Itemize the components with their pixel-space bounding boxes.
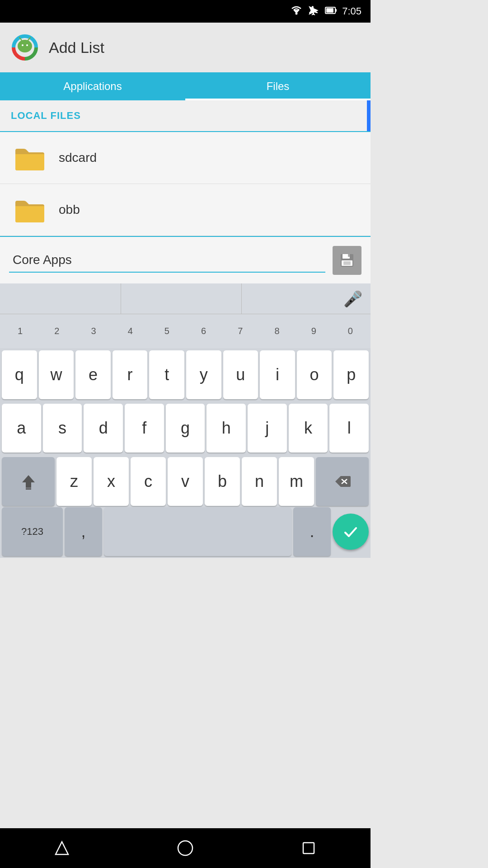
key-y[interactable]: y	[186, 350, 221, 399]
suggestion-3[interactable]: 🎤	[242, 283, 371, 314]
tab-applications[interactable]: Applications	[0, 72, 185, 100]
key-7[interactable]: 7	[222, 316, 258, 346]
key-b[interactable]: b	[205, 457, 240, 506]
key-s[interactable]: s	[43, 404, 82, 453]
key-n[interactable]: n	[242, 457, 277, 506]
list-name-input[interactable]	[9, 248, 325, 273]
space-key[interactable]	[104, 507, 291, 556]
period-key[interactable]: .	[293, 507, 331, 556]
key-e[interactable]: e	[75, 350, 111, 399]
save-icon	[339, 252, 355, 269]
svg-point-20	[178, 841, 192, 855]
status-time: 7:05	[342, 5, 361, 17]
app-header: Add List	[0, 23, 371, 72]
key-p[interactable]: p	[333, 350, 369, 399]
key-w[interactable]: w	[39, 350, 74, 399]
airplane-icon	[308, 5, 319, 19]
key-d[interactable]: d	[84, 404, 123, 453]
key-x[interactable]: x	[94, 457, 129, 506]
svg-rect-21	[303, 843, 314, 854]
app-logo	[9, 32, 41, 63]
key-row-2: a s d f g h j k l	[0, 401, 371, 455]
tabs-bar: Applications Files	[0, 72, 371, 100]
key-1[interactable]: 1	[2, 316, 38, 346]
key-row-bottom: ?123 , .	[0, 508, 371, 558]
key-o[interactable]: o	[297, 350, 332, 399]
svg-point-1	[296, 12, 298, 14]
file-list: sdcard obb	[0, 132, 371, 236]
svg-rect-16	[26, 488, 31, 490]
key-c[interactable]: c	[131, 457, 166, 506]
scroll-indicator	[367, 100, 371, 131]
folder-icon-obb	[14, 196, 46, 223]
svg-marker-15	[22, 475, 35, 488]
svg-point-6	[22, 44, 23, 46]
key-4[interactable]: 4	[112, 316, 149, 346]
section-title: LOCAL FILES	[11, 110, 81, 122]
key-m[interactable]: m	[279, 457, 314, 506]
key-v[interactable]: v	[168, 457, 203, 506]
sym-key[interactable]: ?123	[2, 507, 63, 556]
key-k[interactable]: k	[289, 404, 328, 453]
key-j[interactable]: j	[248, 404, 287, 453]
recent-icon	[299, 838, 319, 858]
svg-rect-3	[336, 9, 337, 12]
comma-key[interactable]: ,	[65, 507, 102, 556]
svg-rect-14	[343, 261, 351, 265]
status-bar: 7:05	[0, 0, 371, 23]
microphone-icon[interactable]: 🎤	[343, 290, 362, 308]
key-h[interactable]: h	[206, 404, 246, 453]
backspace-icon	[334, 475, 351, 488]
section-header: LOCAL FILES	[0, 100, 371, 132]
key-8[interactable]: 8	[258, 316, 295, 346]
svg-point-5	[18, 40, 32, 52]
backspace-key[interactable]	[316, 457, 369, 506]
shift-icon	[20, 473, 37, 490]
back-icon	[52, 838, 72, 858]
app-title: Add List	[49, 39, 104, 57]
key-5[interactable]: 5	[149, 316, 185, 346]
file-item-obb[interactable]: obb	[0, 184, 371, 236]
key-2[interactable]: 2	[38, 316, 75, 346]
enter-key[interactable]	[333, 514, 369, 550]
key-l[interactable]: l	[329, 404, 369, 453]
key-row-1: q w e r t y u i o p	[0, 348, 371, 401]
key-r[interactable]: r	[113, 350, 148, 399]
file-name-obb: obb	[59, 203, 80, 217]
nav-home-button[interactable]	[172, 835, 199, 862]
checkmark-icon	[342, 523, 360, 541]
shift-key[interactable]	[2, 457, 55, 506]
key-t[interactable]: t	[149, 350, 184, 399]
bottom-nav	[0, 828, 371, 868]
svg-rect-4	[326, 8, 333, 13]
key-g[interactable]: g	[166, 404, 205, 453]
suggestion-2[interactable]	[121, 283, 242, 314]
nav-back-button[interactable]	[48, 835, 75, 862]
key-0[interactable]: 0	[332, 316, 369, 346]
key-a[interactable]: a	[2, 404, 41, 453]
suggestions-row: 🎤	[0, 283, 371, 314]
home-icon	[175, 838, 195, 858]
key-f[interactable]: f	[125, 404, 164, 453]
key-3[interactable]: 3	[75, 316, 112, 346]
suggestion-1[interactable]	[0, 283, 121, 314]
nav-recent-button[interactable]	[295, 835, 322, 862]
svg-rect-12	[348, 254, 350, 257]
file-name-sdcard: sdcard	[59, 151, 97, 165]
key-6[interactable]: 6	[185, 316, 222, 346]
folder-icon	[14, 144, 46, 171]
keyboard: 🎤 1 2 3 4 5 6 7 8 9 0 q w e r t y u i o …	[0, 283, 371, 558]
file-item-sdcard[interactable]: sdcard	[0, 132, 371, 184]
key-u[interactable]: u	[223, 350, 258, 399]
battery-icon	[325, 6, 337, 17]
svg-point-7	[26, 44, 28, 46]
key-z[interactable]: z	[56, 457, 92, 506]
save-button[interactable]	[333, 246, 361, 275]
tab-files[interactable]: Files	[185, 72, 371, 100]
key-row-3: z x c v b n m	[0, 455, 371, 508]
number-row: 1 2 3 4 5 6 7 8 9 0	[0, 314, 371, 348]
key-i[interactable]: i	[260, 350, 295, 399]
input-area	[0, 236, 371, 283]
key-q[interactable]: q	[2, 350, 37, 399]
key-9[interactable]: 9	[296, 316, 332, 346]
